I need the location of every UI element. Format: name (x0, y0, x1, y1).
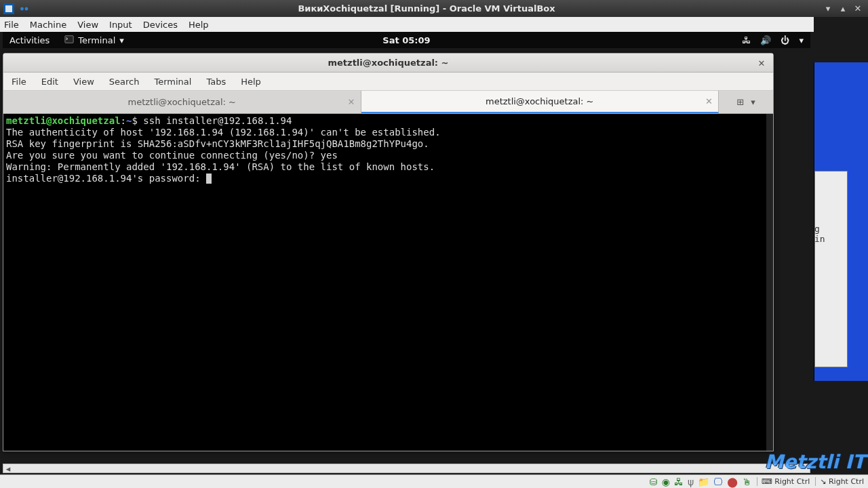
term-menu-search[interactable]: Search (109, 77, 140, 87)
vb-recording-icon[interactable]: ⬤ (727, 476, 738, 487)
term-menu-tabs[interactable]: Tabs (206, 77, 226, 87)
term-menu-file[interactable]: File (12, 77, 26, 87)
vb-shared-folder-icon[interactable]: 📁 (698, 476, 709, 487)
background-window-text: g in (814, 224, 833, 244)
network-icon[interactable]: 🖧 (742, 35, 751, 45)
power-icon[interactable]: ⏻ (781, 35, 789, 45)
term-menu-view[interactable]: View (73, 77, 94, 87)
svg-rect-4 (65, 35, 73, 43)
tab-close-icon[interactable]: ✕ (705, 96, 713, 106)
hostkey-label: Right Ctrl (774, 477, 810, 486)
tab-label: metztli@xochiquetzal: ~ (486, 96, 594, 106)
hostkey-label: Right Ctrl (829, 477, 864, 486)
vm-menu-help[interactable]: Help (189, 20, 209, 30)
term-menu-edit[interactable]: Edit (41, 77, 58, 87)
terminal-window: metztli@xochiquetzal: ~ ✕ File Edit View… (3, 53, 774, 451)
svg-point-3 (25, 7, 28, 10)
minimize-button[interactable]: ▾ (823, 4, 833, 14)
tray-chevron-down-icon[interactable]: ▾ (799, 35, 804, 45)
virtualbox-titlebar: ВикиXochiquetzal [Running] - Oracle VM V… (0, 0, 868, 17)
keyboard-icon: ⌨ (762, 477, 772, 486)
clock[interactable]: Sat 05:09 (382, 35, 430, 45)
virtualbox-statusbar: ⛁ ◉ 🖧 ψ 📁 🖵 ⬤ 🖱 ⌨ Right Ctrl ↘ Right Ctr… (0, 474, 868, 488)
terminal-tab-bar: metztli@xochiquetzal: ~ ✕ metztli@xochiq… (3, 91, 773, 114)
terminal-tab-1[interactable]: metztli@xochiquetzal: ~ ✕ (361, 91, 719, 113)
scroll-left-icon[interactable]: ◂ (3, 464, 13, 472)
term-line: Are you sure you want to continue connec… (6, 150, 770, 161)
vm-menu-devices[interactable]: Devices (143, 20, 178, 30)
hostkey-arrow-icon: ↘ (820, 477, 826, 486)
term-menu-help[interactable]: Help (241, 77, 261, 87)
terminal-menubar: File Edit View Search Terminal Tabs Help (3, 73, 773, 91)
tab-extras: ⊞ ▾ (719, 91, 773, 113)
vb-usb-icon[interactable]: ψ (688, 476, 694, 487)
tab-label: metztli@xochiquetzal: ~ (127, 97, 236, 107)
svg-point-2 (20, 7, 24, 10)
virtualbox-icon (3, 3, 15, 15)
terminal-titlebar[interactable]: metztli@xochiquetzal: ~ ✕ (3, 54, 773, 73)
gnome-top-bar: Activities Terminal ▾ Sat 05:09 🖧 🔊 ⏻ ▾ (3, 32, 810, 48)
virtualbox-window-title: ВикиXochiquetzal [Running] - Oracle VM V… (35, 3, 818, 14)
app-menu[interactable]: Terminal ▾ (64, 35, 123, 46)
terminal-body[interactable]: metztli@xochiquetzal:~$ ssh installer@19… (3, 114, 773, 451)
tab-menu-chevron-down-icon[interactable]: ▾ (751, 97, 755, 107)
activities-button[interactable]: Activities (9, 35, 50, 45)
vb-hostkey-right: ↘ Right Ctrl (815, 477, 864, 486)
vm-menu-machine[interactable]: Machine (30, 20, 66, 30)
svg-rect-1 (5, 5, 12, 12)
prompt-user: metztli@xochiquetzal (6, 115, 121, 126)
vb-network-icon[interactable]: 🖧 (674, 476, 684, 487)
term-line: The authenticity of host '192.168.1.94 (… (6, 127, 770, 138)
new-tab-button[interactable]: ⊞ (736, 97, 744, 107)
vb-mouse-integration-icon[interactable]: 🖱 (742, 476, 751, 487)
vb-optical-icon[interactable]: ◉ (662, 476, 670, 487)
vb-hostkey-left: ⌨ Right Ctrl (757, 477, 810, 486)
terminal-close-button[interactable]: ✕ (755, 57, 768, 69)
vm-menu-input[interactable]: Input (109, 20, 132, 30)
terminal-title: metztli@xochiquetzal: ~ (328, 58, 448, 68)
term-line: Warning: Permanently added '192.168.1.94… (6, 161, 770, 173)
chevron-down-icon: ▾ (119, 35, 124, 45)
virtualbox-menubar: File Machine View Input Devices Help (0, 17, 814, 32)
term-line: RSA key fingerprint is SHA256:aSDfv+nCY3… (6, 138, 770, 150)
vb-harddisk-icon[interactable]: ⛁ (650, 476, 658, 487)
volume-icon[interactable]: 🔊 (760, 35, 771, 45)
host-horizontal-scrollbar[interactable]: ◂ (3, 464, 810, 473)
vb-display-icon[interactable]: 🖵 (713, 476, 723, 487)
tab-close-icon[interactable]: ✕ (348, 97, 355, 107)
term-line: installer@192.168.1.94's password: (6, 173, 770, 184)
vm-menu-view[interactable]: View (77, 20, 98, 30)
background-window-content (814, 171, 848, 367)
terminal-icon (64, 35, 74, 46)
terminal-tab-0[interactable]: metztli@xochiquetzal: ~ ✕ (3, 91, 361, 113)
vm-dots-icon (20, 3, 33, 15)
terminal-cursor (206, 174, 212, 184)
maximize-button[interactable]: ▴ (838, 4, 848, 14)
terminal-scrollbar[interactable] (766, 114, 773, 451)
background-window: g in (814, 62, 868, 381)
app-menu-label: Terminal (78, 35, 115, 45)
command-text: ssh installer@192.168.1.94 (143, 115, 292, 126)
term-menu-terminal[interactable]: Terminal (154, 77, 191, 87)
vm-menu-file[interactable]: File (4, 20, 19, 30)
close-button[interactable]: ✕ (853, 4, 863, 14)
